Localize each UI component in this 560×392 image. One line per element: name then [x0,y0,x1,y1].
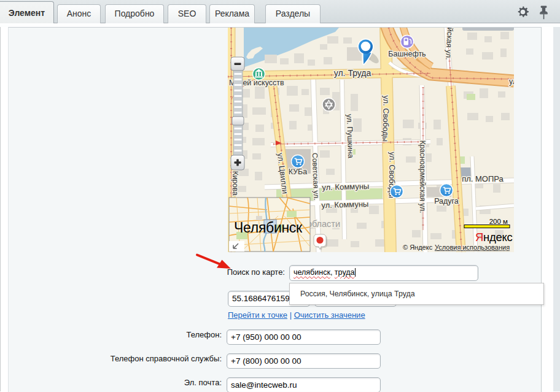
svg-text:© Яндекс: © Яндекс [403,244,433,251]
svg-text:КУБа: КУБа [289,167,308,176]
svg-text:ул. Свободы: ул. Свободы [381,95,391,142]
svg-text:Башнефть: Башнефть [388,50,426,58]
svg-text:пл. МОПРа: пл. МОПРа [462,174,504,183]
svg-text:ул. Коммуны: ул. Коммуны [322,182,369,192]
svg-text:ул. Труда: ул. Труда [334,68,371,78]
svg-text:области: области [307,219,340,229]
svg-text:йская ул.: йская ул. [444,28,454,60]
svg-text:Челябинск: Челябинск [234,220,303,236]
svg-text:Красноармейская ул.: Красноармейская ул. [418,140,427,213]
svg-text:Яндекс: Яндекс [475,231,512,244]
svg-text:200 м: 200 м [489,218,508,225]
svg-text:ул. Пушкина: ул. Пушкина [345,114,355,158]
svg-text:Условия использования: Условия использования [435,244,510,251]
svg-text:Радуга: Радуга [434,197,459,206]
svg-text:ул. Коммуны: ул. Коммуны [321,199,368,210]
svg-text:Советская ул.: Советская ул. [311,153,321,201]
svg-text:ул.: ул. [509,77,514,86]
